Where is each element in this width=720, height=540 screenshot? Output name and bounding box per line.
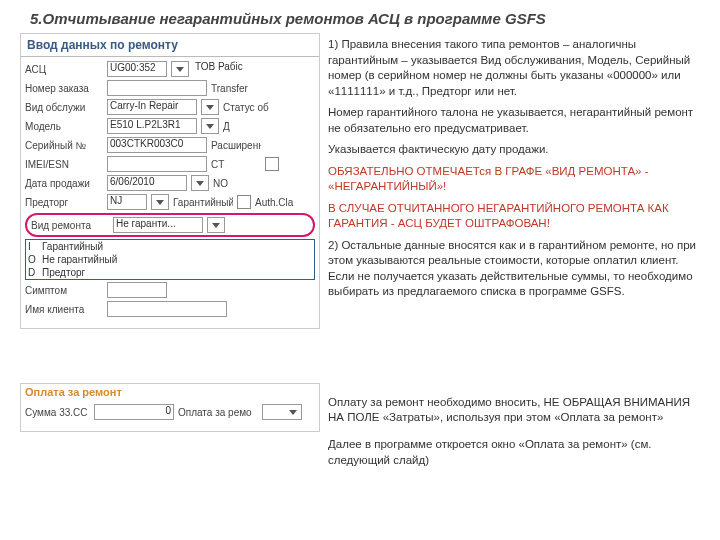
label-model: Модель (25, 121, 103, 132)
field-pretorg[interactable]: NJ (107, 194, 147, 210)
field-serial[interactable]: 003CTKR003C0 (107, 137, 207, 153)
label-authcla: Auth.Cla (255, 197, 305, 208)
label-repairtype: Вид ремонта (31, 220, 109, 231)
field-model[interactable]: E510 L.P2L3R1 (107, 118, 197, 134)
dropdown-asc[interactable] (171, 61, 189, 77)
label-ct: CT (211, 159, 261, 170)
field-clientname[interactable] (107, 301, 227, 317)
label-servicetype: Вид обслужи (25, 102, 103, 113)
label-sum: Сумма 33.CC (25, 407, 90, 418)
dropdown-servicetype[interactable] (201, 99, 219, 115)
field-symptom[interactable] (107, 282, 167, 298)
dropdown-option[interactable]: I Гарантийный (26, 240, 314, 253)
field-imei[interactable] (107, 156, 207, 172)
page-title: 5.Отчитывание негарантийных ремонтов АСЦ… (0, 0, 720, 33)
field-orderno[interactable] (107, 80, 207, 96)
instruction-p5: В СЛУЧАЕ ОТЧИТАННОГО НЕГАРАНТИЙНОГО РЕМО… (328, 201, 700, 232)
repairtype-highlight: Вид ремонта Не гаранти... (25, 213, 315, 237)
label-imei: IMEI/ESN (25, 159, 103, 170)
form-screenshot: Ввод данных по ремонту АСЦ UG00:352 ТОВ … (20, 33, 320, 329)
label-orderno: Номер заказа (25, 83, 103, 94)
instruction-p1: 1) Правила внесения такого типа ремонтов… (328, 37, 700, 99)
dropdown-pay[interactable] (262, 404, 302, 420)
label-clientname: Имя клиента (25, 304, 103, 315)
label-ext: Расширенна (211, 140, 261, 151)
label-symptom: Симптом (25, 285, 103, 296)
payment-p2: Далее в программе откроется окно «Оплата… (328, 437, 700, 468)
field-asc-name: ТОВ Рабіс (193, 61, 283, 77)
panel-heading: Ввод данных по ремонту (21, 34, 319, 57)
field-saledate[interactable]: 6/06/2010 (107, 175, 187, 191)
payment-text: Оплату за ремонт необходимо вносить, НЕ … (328, 383, 700, 480)
dropdown-option[interactable]: D Предторг (26, 266, 314, 279)
payment-screenshot: Оплата за ремонт Сумма 33.CC 0 Оплата за… (20, 383, 320, 432)
dropdown-repairtype[interactable] (207, 217, 225, 233)
label-transfer: Transfer (211, 83, 261, 94)
label-no: NO (213, 178, 263, 189)
dropdown-option[interactable]: O Не гарантийный (26, 253, 314, 266)
label-warranty: Гарантийный (173, 197, 233, 208)
dropdown-pretorg[interactable] (151, 194, 169, 210)
field-repairtype[interactable]: Не гаранти... (113, 217, 203, 233)
dropdown-saledate[interactable] (191, 175, 209, 191)
instruction-p2: Номер гарантийного талона не указывается… (328, 105, 700, 136)
instruction-p4: ОБЯЗАТЕЛЬНО ОТМЕЧАЕТся В ГРАФЕ «ВИД РЕМО… (328, 164, 700, 195)
instruction-p3: Указывается фактическую дату продажи. (328, 142, 700, 158)
field-sum[interactable]: 0 (94, 404, 174, 420)
repairtype-dropdown-list[interactable]: I Гарантийный O Не гарантийный D Предтор… (25, 239, 315, 280)
checkbox-ct[interactable] (265, 157, 279, 171)
label-d: Д (223, 121, 273, 132)
payment-p1: Оплату за ремонт необходимо вносить, НЕ … (328, 395, 700, 426)
checkbox-warranty[interactable] (237, 195, 251, 209)
label-paylabel: Оплата за ремо (178, 407, 258, 418)
label-status: Статус об (223, 102, 273, 113)
field-servicetype[interactable]: Carry-In Repair (107, 99, 197, 115)
payment-heading: Оплата за ремонт (21, 384, 319, 400)
label-serial: Серийный № (25, 140, 103, 151)
instruction-p6: 2) Остальные данные вносятся как и в гар… (328, 238, 700, 300)
field-asc[interactable]: UG00:352 (107, 61, 167, 77)
label-pretorg: Предторг (25, 197, 103, 208)
dropdown-model[interactable] (201, 118, 219, 134)
label-asc: АСЦ (25, 64, 103, 75)
label-saledate: Дата продажи (25, 178, 103, 189)
instructions-text: 1) Правила внесения такого типа ремонтов… (328, 33, 700, 333)
